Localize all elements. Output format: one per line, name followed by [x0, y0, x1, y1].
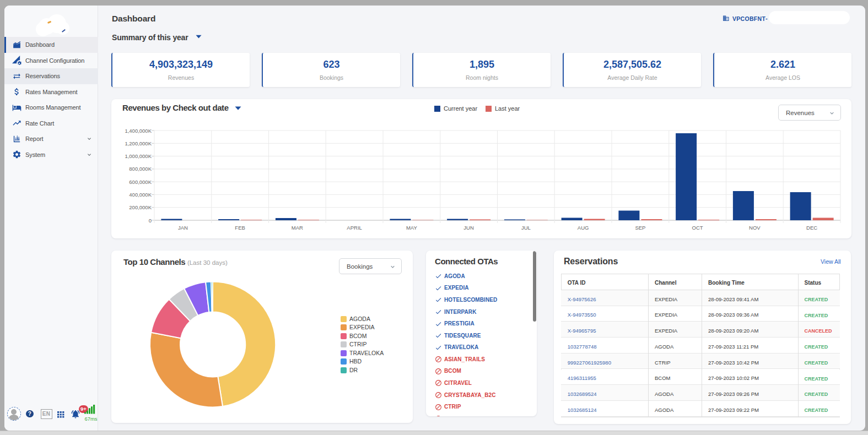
svg-text:NOV: NOV	[749, 225, 761, 231]
svg-text:DEC: DEC	[806, 225, 817, 231]
svg-text:OCT: OCT	[692, 225, 703, 231]
svg-text:MAY: MAY	[406, 225, 418, 231]
svg-text:MAR: MAR	[292, 225, 303, 231]
svg-text:AUG: AUG	[578, 225, 589, 231]
svg-text:0: 0	[149, 218, 152, 224]
svg-text:1,400,000K: 1,400,000K	[125, 128, 152, 134]
svg-text:APRIL: APRIL	[347, 225, 362, 231]
svg-text:400,000K: 400,000K	[129, 192, 152, 198]
svg-text:800,000K: 800,000K	[129, 166, 152, 172]
svg-text:JUL: JUL	[521, 225, 531, 231]
svg-text:200,000K: 200,000K	[129, 204, 152, 210]
svg-text:1,000,000K: 1,000,000K	[125, 153, 152, 159]
svg-text:FEB: FEB	[235, 225, 245, 231]
svg-text:JAN: JAN	[178, 225, 188, 231]
svg-text:JUN: JUN	[463, 225, 474, 231]
svg-text:600,000K: 600,000K	[129, 179, 152, 185]
svg-text:1,200,000K: 1,200,000K	[125, 140, 152, 146]
svg-text:SEP: SEP	[635, 225, 645, 231]
